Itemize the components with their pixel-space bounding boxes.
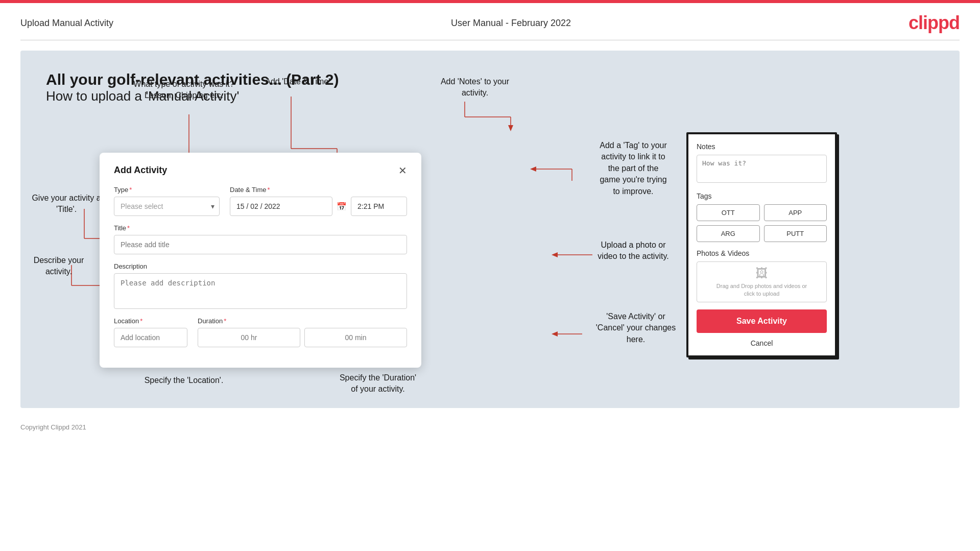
title-input[interactable] [114, 235, 407, 254]
duration-min-input[interactable] [304, 328, 407, 347]
notes-textarea[interactable] [697, 155, 827, 183]
type-label: Type* [114, 186, 220, 194]
header-center-title: User Manual - February 2022 [451, 18, 571, 29]
cancel-link[interactable]: Cancel [697, 339, 827, 347]
calendar-icon: 📅 [337, 202, 347, 211]
annotation-notes: Add 'Notes' to your activity. [424, 76, 526, 99]
tag-app[interactable]: APP [764, 204, 827, 221]
type-date-row: Type* Please select ▾ Date & Time* 📅 [114, 186, 407, 216]
photos-dropzone[interactable]: 🖼 Drag and Drop photos and videos or cli… [697, 261, 827, 302]
description-label: Description [114, 262, 407, 270]
annotation-upload: Upload a photo or video to the activity. [577, 239, 689, 262]
svg-marker-22 [508, 125, 513, 131]
photo-icon: 🖼 [756, 266, 768, 280]
tags-grid: OTT APP ARG PUTT [697, 204, 827, 242]
datetime-group: Date & Time* 📅 [230, 186, 407, 216]
header: Upload Manual Activity User Manual - Feb… [0, 3, 980, 40]
notes-section-label: Notes [697, 142, 827, 151]
tag-putt[interactable]: PUTT [764, 225, 827, 242]
main-content: All your golf-relevant activities... (Pa… [20, 51, 960, 408]
header-left-title: Upload Manual Activity [20, 18, 113, 29]
annotation-type: What type of activity was it? Lesson, Ch… [133, 79, 235, 102]
duration-group-container: Duration* [198, 317, 407, 347]
location-input[interactable] [114, 328, 187, 347]
header-divider [20, 40, 960, 40]
duration-label: Duration* [198, 317, 407, 325]
type-group: Type* Please select ▾ [114, 186, 220, 216]
datetime-label: Date & Time* [230, 186, 407, 194]
location-label: Location* [114, 317, 187, 325]
title-label: Title* [114, 224, 407, 232]
duration-inputs [198, 328, 407, 347]
duration-hr-input[interactable] [198, 328, 300, 347]
tag-ott[interactable]: OTT [697, 204, 760, 221]
dialog-title: Add Activity [114, 165, 167, 176]
description-textarea[interactable] [114, 273, 407, 309]
annotation-tags: Add a 'Tag' to your activity to link it … [577, 140, 689, 197]
title-group: Title* [114, 224, 407, 254]
phone-panel: Notes Tags OTT APP ARG PUTT Photos & Vid… [686, 132, 837, 357]
add-activity-dialog: Add Activity ✕ Type* Please select ▾ Dat… [100, 153, 421, 368]
type-select-wrapper[interactable]: Please select ▾ [114, 197, 220, 216]
annotation-duration: Specify the 'Duration' of your activity. [327, 372, 429, 395]
annotation-datetime: Add 'Date & Time'. [250, 76, 347, 87]
footer: Copyright Clippd 2021 [0, 418, 980, 436]
photos-section-label: Photos & Videos [697, 249, 827, 257]
date-time-inputs: 📅 [230, 197, 407, 216]
location-duration-row: Location* Duration* [114, 317, 407, 347]
clippd-logo: clippd [909, 12, 960, 34]
tags-section-label: Tags [697, 192, 827, 200]
dialog-header: Add Activity ✕ [114, 165, 407, 176]
tag-arg[interactable]: ARG [697, 225, 760, 242]
annotation-location: Specify the 'Location'. [138, 375, 230, 386]
annotation-title: Give your activity a 'Title'. [26, 193, 107, 215]
photos-placeholder-text: Drag and Drop photos and videos or click… [716, 282, 807, 298]
type-select[interactable]: Please select [114, 197, 220, 216]
annotation-save-cancel: 'Save Activity' or 'Cancel' your changes… [580, 311, 692, 345]
date-input[interactable] [230, 197, 332, 216]
annotation-describe: Describe your activity. [20, 255, 97, 278]
copyright-text: Copyright Clippd 2021 [20, 423, 86, 431]
description-group: Description [114, 262, 407, 309]
time-input[interactable] [351, 197, 407, 216]
save-activity-button[interactable]: Save Activity [697, 309, 827, 333]
svg-marker-29 [552, 331, 558, 337]
close-button[interactable]: ✕ [398, 165, 407, 176]
location-group: Location* [114, 317, 187, 347]
svg-marker-25 [530, 166, 536, 172]
svg-marker-27 [552, 252, 558, 257]
